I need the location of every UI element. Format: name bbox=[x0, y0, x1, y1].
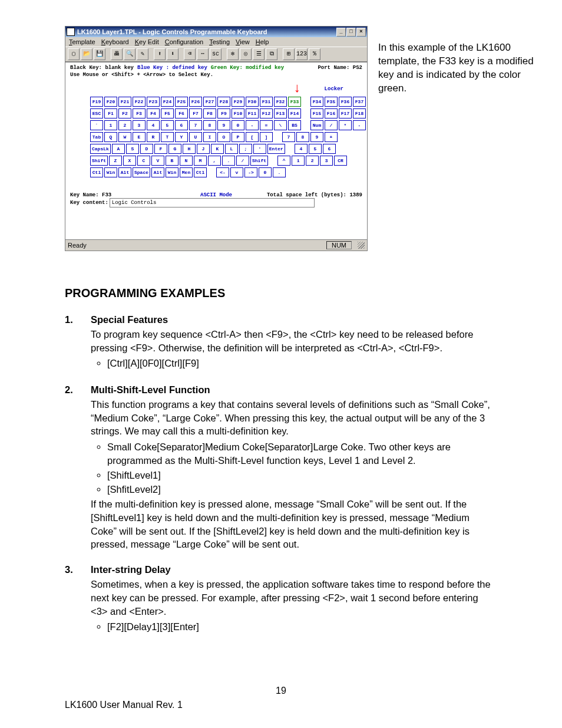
key-f9[interactable]: F9 bbox=[217, 108, 230, 118]
key-,[interactable]: , bbox=[208, 156, 221, 166]
key-esc[interactable]: ESC bbox=[90, 108, 103, 118]
key-i[interactable]: I bbox=[203, 132, 216, 142]
key-f31[interactable]: F31 bbox=[260, 97, 273, 107]
key-shift[interactable]: Shift bbox=[250, 156, 268, 166]
erase-icon[interactable]: ⌫ bbox=[184, 48, 196, 60]
device-icon[interactable]: ☰ bbox=[253, 48, 265, 60]
key-[[interactable]: [ bbox=[246, 132, 259, 142]
key-win[interactable]: Win bbox=[166, 167, 178, 177]
key-f29[interactable]: F29 bbox=[232, 97, 244, 107]
key-f20[interactable]: F20 bbox=[104, 97, 117, 107]
key-f26[interactable]: F26 bbox=[189, 97, 202, 107]
key-f14[interactable]: F14 bbox=[288, 108, 301, 118]
key-f7[interactable]: F7 bbox=[189, 108, 202, 118]
key-f23[interactable]: F23 bbox=[147, 97, 160, 107]
key-f10[interactable]: F10 bbox=[232, 108, 244, 118]
tool-icon[interactable]: ✎ bbox=[137, 48, 148, 60]
menu-keyboard[interactable]: Keyboard bbox=[101, 38, 129, 45]
key-2[interactable]: 2 bbox=[306, 156, 319, 166]
key-bs[interactable]: BS bbox=[288, 120, 301, 130]
key-f36[interactable]: F36 bbox=[339, 97, 352, 107]
key-8[interactable]: 8 bbox=[203, 120, 216, 130]
key-6[interactable]: 6 bbox=[323, 144, 336, 154]
key-.[interactable]: . bbox=[273, 167, 286, 177]
key-9[interactable]: 9 bbox=[217, 120, 230, 130]
open-icon[interactable]: 📂 bbox=[81, 48, 92, 60]
key-f22[interactable]: F22 bbox=[133, 97, 146, 107]
menu-configuration[interactable]: Configuration bbox=[165, 38, 203, 45]
key-f13[interactable]: F13 bbox=[274, 108, 287, 118]
key-f37[interactable]: F37 bbox=[353, 97, 366, 107]
key-f5[interactable]: F5 bbox=[161, 108, 174, 118]
key-4[interactable]: 4 bbox=[147, 120, 160, 130]
key-ctl[interactable]: Ctl bbox=[194, 167, 207, 177]
key-s[interactable]: S bbox=[126, 144, 139, 154]
key-b[interactable]: B bbox=[166, 156, 178, 166]
percent-icon[interactable]: % bbox=[309, 48, 320, 60]
key-d[interactable]: D bbox=[140, 144, 153, 154]
resize-grip-icon[interactable] bbox=[358, 242, 365, 249]
key-=[interactable]: = bbox=[260, 120, 273, 130]
key-m[interactable]: M bbox=[194, 156, 207, 166]
key-h[interactable]: H bbox=[183, 144, 196, 154]
key-9[interactable]: 9 bbox=[310, 132, 323, 142]
key-g[interactable]: G bbox=[168, 144, 181, 154]
key-q[interactable]: Q bbox=[104, 132, 117, 142]
menu-key-edit[interactable]: Key Edit bbox=[135, 38, 159, 45]
key-f[interactable]: F bbox=[154, 144, 167, 154]
key-f24[interactable]: F24 bbox=[161, 97, 174, 107]
key-alt[interactable]: Alt bbox=[151, 167, 164, 177]
key-f35[interactable]: F35 bbox=[325, 97, 338, 107]
key-'[interactable]: ' bbox=[253, 144, 266, 154]
globe-icon[interactable]: ◎ bbox=[240, 48, 252, 60]
menu-view[interactable]: View bbox=[236, 38, 250, 45]
config-icon[interactable]: ✻ bbox=[227, 48, 239, 60]
key-\[interactable]: \ bbox=[274, 120, 287, 130]
key-8[interactable]: 8 bbox=[296, 132, 309, 142]
key-f2[interactable]: F2 bbox=[118, 108, 131, 118]
maximize-button[interactable]: □ bbox=[346, 28, 356, 37]
key-f8[interactable]: F8 bbox=[203, 108, 216, 118]
tree-icon[interactable]: ⧉ bbox=[266, 48, 277, 60]
menu-template[interactable]: Template bbox=[69, 38, 95, 45]
key-][interactable]: ] bbox=[260, 132, 273, 142]
key-f6[interactable]: F6 bbox=[175, 108, 188, 118]
key--[interactable]: - bbox=[246, 120, 259, 130]
key-*[interactable]: * bbox=[339, 120, 352, 130]
key-v[interactable]: v bbox=[230, 167, 243, 177]
key-5[interactable]: 5 bbox=[161, 120, 174, 130]
key-t[interactable]: T bbox=[161, 132, 174, 142]
key-f34[interactable]: F34 bbox=[310, 97, 323, 107]
key-e[interactable]: E bbox=[133, 132, 146, 142]
key-+[interactable]: + bbox=[325, 132, 338, 142]
key-f15[interactable]: F15 bbox=[310, 108, 323, 118]
print-icon[interactable]: 🖶 bbox=[111, 48, 123, 60]
key-f30[interactable]: F30 bbox=[246, 97, 259, 107]
key-3[interactable]: 3 bbox=[320, 156, 333, 166]
key-<-[interactable]: <- bbox=[216, 167, 229, 177]
key-c[interactable]: C bbox=[137, 156, 150, 166]
key-7[interactable]: 7 bbox=[189, 120, 202, 130]
key-.[interactable]: . bbox=[222, 156, 235, 166]
layout-icon[interactable]: ⊞ bbox=[283, 48, 295, 60]
key-shift[interactable]: Shift bbox=[90, 156, 108, 166]
key-6[interactable]: 6 bbox=[175, 120, 188, 130]
key-f18[interactable]: F18 bbox=[353, 108, 366, 118]
key-7[interactable]: 7 bbox=[282, 132, 295, 142]
key-f19[interactable]: F19 bbox=[90, 97, 103, 107]
key-5[interactable]: 5 bbox=[309, 144, 322, 154]
key-->[interactable]: -> bbox=[244, 167, 257, 177]
key-0[interactable]: 0 bbox=[232, 120, 244, 130]
key-f16[interactable]: F16 bbox=[325, 108, 338, 118]
key-f1[interactable]: F1 bbox=[104, 108, 117, 118]
download-icon[interactable]: ⬇ bbox=[167, 48, 178, 60]
scan-icon[interactable]: sc bbox=[210, 48, 222, 60]
key-f32[interactable]: F32 bbox=[274, 97, 287, 107]
key-x[interactable]: X bbox=[123, 156, 136, 166]
key-a[interactable]: A bbox=[112, 144, 125, 154]
key-tab[interactable]: Tab bbox=[90, 132, 103, 142]
key-y[interactable]: Y bbox=[175, 132, 188, 142]
key-/[interactable]: / bbox=[325, 120, 338, 130]
key-/[interactable]: / bbox=[236, 156, 249, 166]
key-4[interactable]: 4 bbox=[295, 144, 308, 154]
